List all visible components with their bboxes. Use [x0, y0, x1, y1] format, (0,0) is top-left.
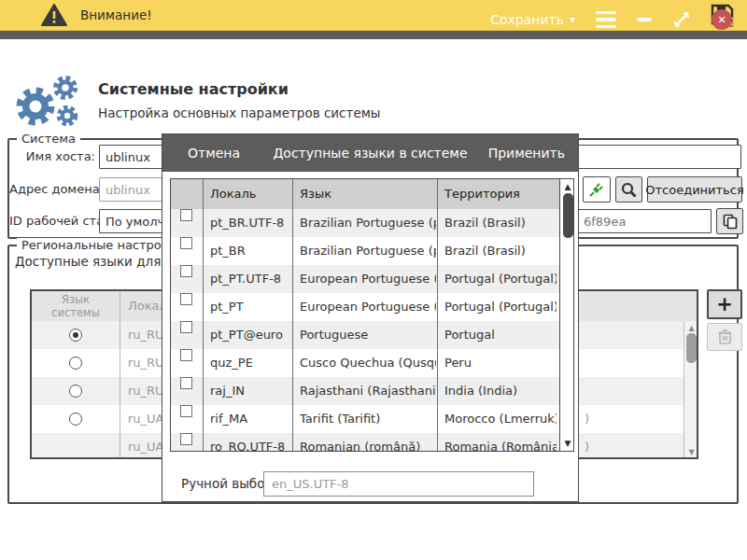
- minimize-button[interactable]: [637, 18, 652, 21]
- copy-button[interactable]: [716, 208, 743, 234]
- scroll-down-icon[interactable]: ▼: [560, 439, 574, 448]
- locale-cell: pt_PT.UTF-8: [210, 265, 291, 293]
- column-header-territory: Территория: [444, 179, 520, 209]
- checkbox[interactable]: [180, 321, 192, 333]
- page-subtitle: Настройка основных параметров системы: [98, 105, 381, 120]
- territory-cell: Portugal: [444, 321, 557, 349]
- territory-cell: India (India): [444, 377, 557, 405]
- table-row[interactable]: ro_RO.UTF-8 Romanian (română) Romania (R…: [171, 433, 559, 452]
- locale-cell: pt_PT: [210, 293, 291, 321]
- territory-cell: Morocco (Lmerruk): [444, 405, 557, 433]
- gears-icon: [9, 75, 93, 129]
- table-scrollbar[interactable]: ▲ ▼: [684, 321, 698, 459]
- app-window: Загрузить ▾ Системные настройки Сохранит…: [0, 0, 747, 560]
- close-icon: ✕: [717, 14, 726, 26]
- language-cell: Tarifit (Tarifit): [300, 405, 436, 433]
- territory-cell: Portugal (Portugal): [444, 293, 557, 321]
- language-cell: Brazilian Portuguese (por: [300, 209, 436, 237]
- territory-cell: Brazil (Brasil): [444, 237, 557, 265]
- checkbox[interactable]: [180, 349, 192, 361]
- dialog-scrollbar[interactable]: ▲ ▼: [559, 179, 574, 451]
- checkbox[interactable]: [180, 293, 192, 305]
- domain-label: Адрес домена:: [9, 177, 95, 202]
- column-separator: [203, 179, 204, 451]
- territory-cell: Brazil (Brasil): [444, 209, 557, 237]
- apply-button[interactable]: Применить: [488, 134, 565, 172]
- locale-cell: pt_BR: [210, 237, 291, 265]
- plus-icon: +: [716, 293, 733, 315]
- table-row[interactable]: quz_PE Cusco Quechua (Qusqu r Peru: [171, 349, 559, 377]
- scrollbar-thumb[interactable]: [563, 193, 573, 238]
- hostname-label: Имя хоста:: [9, 145, 95, 169]
- scroll-up-icon[interactable]: ▲: [684, 324, 698, 332]
- station-id-label: ID рабочей станции:: [9, 209, 95, 233]
- locale-cell: raj_IN: [210, 377, 291, 405]
- close-button[interactable]: ✕: [712, 9, 732, 30]
- language-cell: Brazilian Portuguese (por: [300, 237, 436, 265]
- radio-selected[interactable]: [69, 329, 82, 342]
- language-cell: Romanian (română): [300, 433, 436, 452]
- search-button[interactable]: [615, 176, 642, 203]
- locales-dialog: Отмена Доступные языки в системе Примени…: [162, 133, 579, 502]
- table-row[interactable]: raj_IN Rajasthani (Rajasthani) India (In…: [171, 377, 559, 405]
- checkbox[interactable]: [180, 265, 192, 277]
- column-separator: [120, 291, 120, 457]
- checkbox[interactable]: [180, 405, 192, 417]
- table-row[interactable]: pt_BR.UTF-8 Brazilian Portuguese (por Br…: [171, 209, 559, 237]
- save-menu-label: Сохранить: [490, 12, 564, 27]
- table-row[interactable]: pt_PT European Portuguese (po Portugal (…: [171, 293, 559, 321]
- checkbox[interactable]: [180, 237, 192, 249]
- locale-cell: ru_RU: [128, 377, 164, 405]
- radio-unselected[interactable]: [69, 413, 82, 426]
- locale-cell: pt_PT@euro: [210, 321, 291, 349]
- territory-cell-tail: ): [585, 433, 589, 459]
- disconnect-button[interactable]: Отсоединиться: [647, 176, 742, 203]
- table-row[interactable]: pt_PT.UTF-8 European Portuguese (po Port…: [171, 265, 559, 293]
- trash-icon: [717, 329, 733, 345]
- territory-cell: Peru: [444, 349, 557, 377]
- add-language-button[interactable]: +: [707, 289, 742, 319]
- resize-icon: [672, 10, 691, 29]
- search-icon: [621, 182, 637, 198]
- table-row[interactable]: rif_MA Tarifit (Tarifit) Morocco (Lmerru…: [171, 405, 559, 433]
- locale-cell: ru_UA: [128, 433, 164, 459]
- menu-button[interactable]: [596, 11, 616, 29]
- locale-cell: pt_BR.UTF-8: [210, 209, 291, 237]
- locale-cell: rif_MA: [210, 405, 291, 433]
- column-separator: [292, 179, 293, 451]
- column-header-locale: Локаль: [210, 179, 257, 209]
- chevron-down-icon: ▾: [570, 14, 575, 25]
- locales-table: Локаль Язык Территория pt_BR.UTF-8 Brazi…: [170, 178, 574, 452]
- titlebar-actions: Сохранить ▾ ✕: [490, 9, 732, 30]
- copy-icon: [723, 214, 738, 230]
- language-cell: Cusco Quechua (Qusqu r: [300, 349, 436, 377]
- cancel-button[interactable]: Отмена: [188, 134, 240, 172]
- save-menu-button[interactable]: Сохранить ▾: [490, 12, 575, 27]
- resize-button[interactable]: [672, 10, 691, 29]
- dialog-header: Отмена Доступные языки в системе Примени…: [162, 134, 578, 172]
- table-header: Локаль Язык Территория: [171, 179, 573, 209]
- scroll-up-icon[interactable]: ▲: [560, 182, 574, 191]
- column-separator: [437, 179, 438, 451]
- table-row[interactable]: pt_BR Brazilian Portuguese (por Brazil (…: [171, 237, 559, 265]
- territory-cell: Romania (România): [444, 433, 557, 452]
- manual-choice-input[interactable]: [263, 471, 534, 497]
- table-row[interactable]: pt_PT@euro Portuguese Portugal: [171, 321, 559, 349]
- page-title: Системные настройки: [98, 80, 289, 98]
- column-header-language: Язык: [300, 179, 331, 209]
- language-cell: European Portuguese (po: [300, 293, 436, 321]
- language-cell: European Portuguese (po: [300, 265, 436, 293]
- scrollbar-thumb[interactable]: [686, 333, 697, 363]
- scroll-down-icon[interactable]: ▼: [684, 448, 698, 456]
- plug-icon: [588, 181, 605, 198]
- checkbox[interactable]: [180, 433, 192, 445]
- warning-icon: [41, 4, 67, 27]
- locale-cell: ro_RO.UTF-8: [210, 433, 291, 452]
- connect-button[interactable]: [583, 176, 611, 203]
- checkbox[interactable]: [180, 377, 192, 389]
- radio-unselected[interactable]: [69, 357, 82, 370]
- checkbox[interactable]: [180, 209, 192, 221]
- column-header-system-language: Язык системы: [32, 291, 120, 321]
- radio-unselected[interactable]: [69, 385, 82, 398]
- disconnect-label: Отсоединиться: [645, 183, 744, 197]
